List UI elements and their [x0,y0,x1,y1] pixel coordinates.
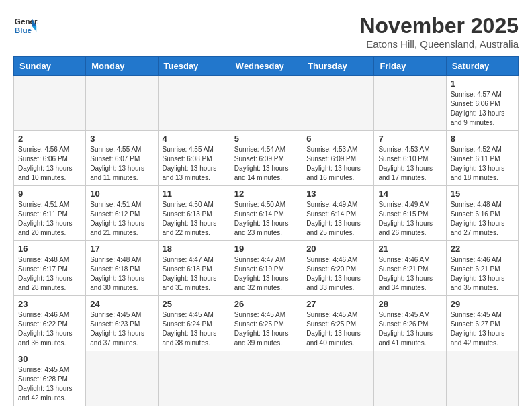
day-number: 17 [90,244,153,254]
day-info: Sunrise: 4:46 AM Sunset: 6:22 PM Dayligh… [18,310,81,348]
day-number: 6 [306,134,369,144]
day-info: Sunrise: 4:50 AM Sunset: 6:13 PM Dayligh… [163,200,226,238]
calendar-cell: 12Sunrise: 4:50 AM Sunset: 6:14 PM Dayli… [230,186,302,241]
day-info: Sunrise: 4:45 AM Sunset: 6:26 PM Dayligh… [378,310,441,348]
day-number: 14 [378,189,441,199]
day-number: 2 [18,134,81,144]
calendar-cell: 2Sunrise: 4:56 AM Sunset: 6:06 PM Daylig… [14,131,86,186]
day-info: Sunrise: 4:48 AM Sunset: 6:17 PM Dayligh… [18,255,81,293]
day-number: 26 [234,299,298,309]
calendar-cell [86,76,158,131]
weekday-header-wednesday: Wednesday [230,57,302,76]
day-info: Sunrise: 4:51 AM Sunset: 6:11 PM Dayligh… [18,200,81,238]
day-number: 20 [306,244,369,254]
day-info: Sunrise: 4:46 AM Sunset: 6:20 PM Dayligh… [306,255,369,293]
calendar-cell: 24Sunrise: 4:45 AM Sunset: 6:23 PM Dayli… [86,296,158,351]
day-number: 8 [451,134,514,144]
calendar-cell [86,351,158,406]
calendar-cell: 29Sunrise: 4:45 AM Sunset: 6:27 PM Dayli… [446,296,518,351]
day-info: Sunrise: 4:54 AM Sunset: 6:09 PM Dayligh… [234,145,298,183]
day-number: 29 [451,299,514,309]
day-number: 1 [451,79,514,89]
calendar-cell: 3Sunrise: 4:55 AM Sunset: 6:07 PM Daylig… [86,131,158,186]
day-number: 3 [90,134,153,144]
calendar-cell: 18Sunrise: 4:47 AM Sunset: 6:18 PM Dayli… [158,241,230,296]
day-number: 24 [90,299,153,309]
month-title: November 2025 [359,13,519,38]
day-info: Sunrise: 4:45 AM Sunset: 6:25 PM Dayligh… [234,310,298,348]
day-info: Sunrise: 4:46 AM Sunset: 6:21 PM Dayligh… [378,255,441,293]
day-number: 25 [163,299,226,309]
day-info: Sunrise: 4:45 AM Sunset: 6:27 PM Dayligh… [451,310,514,348]
day-info: Sunrise: 4:45 AM Sunset: 6:28 PM Dayligh… [18,365,81,403]
day-number: 27 [306,299,369,309]
week-row-4: 16Sunrise: 4:48 AM Sunset: 6:17 PM Dayli… [14,241,519,296]
day-info: Sunrise: 4:52 AM Sunset: 6:11 PM Dayligh… [451,145,514,183]
day-info: Sunrise: 4:53 AM Sunset: 6:10 PM Dayligh… [378,145,441,183]
calendar-cell [302,351,374,406]
weekday-header-row: SundayMondayTuesdayWednesdayThursdayFrid… [14,57,519,76]
calendar-cell: 13Sunrise: 4:49 AM Sunset: 6:14 PM Dayli… [302,186,374,241]
calendar-cell: 1Sunrise: 4:57 AM Sunset: 6:06 PM Daylig… [446,76,518,131]
calendar-cell: 4Sunrise: 4:55 AM Sunset: 6:08 PM Daylig… [158,131,230,186]
calendar-table: SundayMondayTuesdayWednesdayThursdayFrid… [13,56,519,406]
calendar-cell: 30Sunrise: 4:45 AM Sunset: 6:28 PM Dayli… [14,351,86,406]
svg-text:Blue: Blue [15,26,32,34]
calendar-cell [230,76,302,131]
day-number: 13 [306,189,369,199]
day-info: Sunrise: 4:49 AM Sunset: 6:14 PM Dayligh… [306,200,369,238]
calendar-cell: 7Sunrise: 4:53 AM Sunset: 6:10 PM Daylig… [374,131,446,186]
week-row-2: 2Sunrise: 4:56 AM Sunset: 6:06 PM Daylig… [14,131,519,186]
day-info: Sunrise: 4:53 AM Sunset: 6:09 PM Dayligh… [306,145,369,183]
week-row-5: 23Sunrise: 4:46 AM Sunset: 6:22 PM Dayli… [14,296,519,351]
weekday-header-friday: Friday [374,57,446,76]
calendar-cell [302,76,374,131]
calendar-cell [158,351,230,406]
day-info: Sunrise: 4:47 AM Sunset: 6:18 PM Dayligh… [163,255,226,293]
day-info: Sunrise: 4:56 AM Sunset: 6:06 PM Dayligh… [18,145,81,183]
calendar-cell: 17Sunrise: 4:48 AM Sunset: 6:18 PM Dayli… [86,241,158,296]
weekday-header-saturday: Saturday [446,57,518,76]
calendar-cell [374,351,446,406]
day-info: Sunrise: 4:49 AM Sunset: 6:15 PM Dayligh… [378,200,441,238]
calendar-cell: 20Sunrise: 4:46 AM Sunset: 6:20 PM Dayli… [302,241,374,296]
calendar-cell: 28Sunrise: 4:45 AM Sunset: 6:26 PM Dayli… [374,296,446,351]
calendar-cell: 6Sunrise: 4:53 AM Sunset: 6:09 PM Daylig… [302,131,374,186]
calendar-cell: 27Sunrise: 4:45 AM Sunset: 6:25 PM Dayli… [302,296,374,351]
day-number: 9 [18,189,81,199]
calendar-cell: 22Sunrise: 4:46 AM Sunset: 6:21 PM Dayli… [446,241,518,296]
day-number: 15 [451,189,514,199]
calendar-cell [230,351,302,406]
day-info: Sunrise: 4:57 AM Sunset: 6:06 PM Dayligh… [451,90,514,128]
week-row-6: 30Sunrise: 4:45 AM Sunset: 6:28 PM Dayli… [14,351,519,406]
day-number: 16 [18,244,81,254]
location-subtitle: Eatons Hill, Queensland, Australia [359,38,519,50]
calendar-cell: 11Sunrise: 4:50 AM Sunset: 6:13 PM Dayli… [158,186,230,241]
generalblue-logo-icon: General Blue [13,13,38,38]
day-info: Sunrise: 4:55 AM Sunset: 6:07 PM Dayligh… [90,145,153,183]
logo: General Blue [13,13,38,38]
day-info: Sunrise: 4:46 AM Sunset: 6:21 PM Dayligh… [451,255,514,293]
svg-marker-3 [32,26,36,32]
calendar-cell [158,76,230,131]
weekday-header-thursday: Thursday [302,57,374,76]
week-row-1: 1Sunrise: 4:57 AM Sunset: 6:06 PM Daylig… [14,76,519,131]
day-info: Sunrise: 4:45 AM Sunset: 6:25 PM Dayligh… [306,310,369,348]
calendar-cell: 14Sunrise: 4:49 AM Sunset: 6:15 PM Dayli… [374,186,446,241]
day-info: Sunrise: 4:55 AM Sunset: 6:08 PM Dayligh… [163,145,226,183]
day-number: 30 [18,354,81,364]
title-block: November 2025 Eatons Hill, Queensland, A… [359,13,519,50]
calendar-cell: 16Sunrise: 4:48 AM Sunset: 6:17 PM Dayli… [14,241,86,296]
day-number: 7 [378,134,441,144]
calendar-cell: 25Sunrise: 4:45 AM Sunset: 6:24 PM Dayli… [158,296,230,351]
day-number: 28 [378,299,441,309]
calendar-cell: 9Sunrise: 4:51 AM Sunset: 6:11 PM Daylig… [14,186,86,241]
calendar-cell: 19Sunrise: 4:47 AM Sunset: 6:19 PM Dayli… [230,241,302,296]
day-number: 12 [234,189,298,199]
calendar-cell [446,351,518,406]
calendar-cell: 26Sunrise: 4:45 AM Sunset: 6:25 PM Dayli… [230,296,302,351]
weekday-header-sunday: Sunday [14,57,86,76]
day-number: 18 [163,244,226,254]
day-info: Sunrise: 4:48 AM Sunset: 6:18 PM Dayligh… [90,255,153,293]
calendar-cell [14,76,86,131]
